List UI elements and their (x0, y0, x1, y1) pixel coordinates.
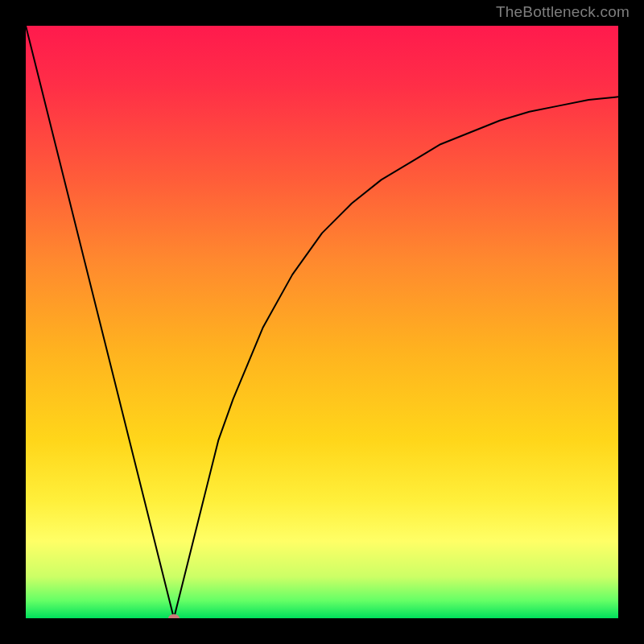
watermark-text: TheBottleneck.com (496, 3, 630, 21)
bottleneck-curve (26, 26, 618, 618)
optimum-marker (168, 614, 180, 618)
chart-canvas: TheBottleneck.com (0, 0, 644, 644)
plot-area (26, 26, 618, 618)
